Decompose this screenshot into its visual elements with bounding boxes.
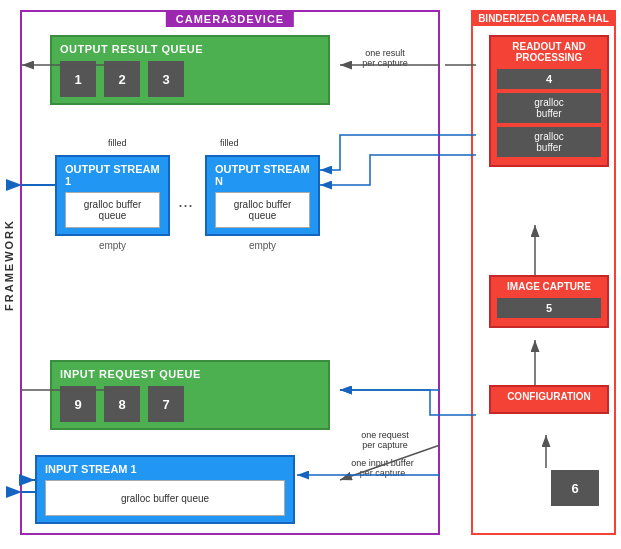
- queue-item-1: 1: [60, 61, 96, 97]
- image-capture-inner: IMAGE CAPTURE 5: [489, 275, 609, 328]
- queue-item-9: 9: [60, 386, 96, 422]
- input-stream-1-title: INPUT STREAM 1: [45, 463, 285, 475]
- image-capture-box: IMAGE CAPTURE 5: [489, 275, 609, 328]
- input-request-queue-title: INPUT REQUEST QUEUE: [60, 368, 320, 380]
- main-container: FRAMEWORK CAMERA3DEVICE BINDERIZED CAMER…: [0, 0, 621, 549]
- output-stream-n-container: OUTPUT STREAM N gralloc buffer queue emp…: [205, 155, 320, 251]
- queue-item-8: 8: [104, 386, 140, 422]
- output-result-queue: OUTPUT RESULT QUEUE 1 2 3: [50, 35, 330, 105]
- output-stream-n-inner: gralloc buffer queue: [215, 192, 310, 228]
- queue-item-3: 3: [148, 61, 184, 97]
- configuration-inner: CONFIGURATION: [489, 385, 609, 414]
- empty-label-2: empty: [205, 240, 320, 251]
- framework-text: FRAMEWORK: [3, 219, 15, 311]
- output-stream-1-inner: gralloc buffer queue: [65, 192, 160, 228]
- input-request-queue: INPUT REQUEST QUEUE 9 8 7: [50, 360, 330, 430]
- queue-item-2: 2: [104, 61, 140, 97]
- filled-label-2: filled: [220, 138, 239, 148]
- configuration-box: CONFIGURATION: [489, 385, 609, 414]
- configuration-title: CONFIGURATION: [497, 391, 601, 402]
- empty-label-1: empty: [55, 240, 170, 251]
- dots: ···: [178, 195, 193, 216]
- readout-inner: READOUT AND PROCESSING 4 grallocbuffer g…: [489, 35, 609, 167]
- output-result-queue-title: OUTPUT RESULT QUEUE: [60, 43, 320, 55]
- output-stream-n-title: OUTPUT STREAM N: [215, 163, 310, 187]
- image-capture-title: IMAGE CAPTURE: [497, 281, 601, 292]
- filled-label-1: filled: [108, 138, 127, 148]
- queue-item-7: 7: [148, 386, 184, 422]
- output-result-queue-box: OUTPUT RESULT QUEUE 1 2 3: [50, 35, 330, 105]
- readout-title: READOUT AND PROCESSING: [497, 41, 601, 63]
- readout-box: READOUT AND PROCESSING 4 grallocbuffer g…: [489, 35, 609, 167]
- input-request-queue-items: 9 8 7: [60, 386, 320, 422]
- binderized-title: BINDERIZED CAMERA HAL: [472, 11, 615, 26]
- camera3device-title: CAMERA3DEVICE: [166, 11, 294, 27]
- readout-gralloc-1: grallocbuffer: [497, 93, 601, 123]
- output-stream-1-box: OUTPUT STREAM 1 gralloc buffer queue: [55, 155, 170, 236]
- output-stream-n-box: OUTPUT STREAM N gralloc buffer queue: [205, 155, 320, 236]
- item-6-box: 6: [551, 470, 599, 506]
- image-capture-item-5: 5: [497, 298, 601, 318]
- output-result-queue-items: 1 2 3: [60, 61, 320, 97]
- output-stream-1-container: OUTPUT STREAM 1 gralloc buffer queue emp…: [55, 155, 170, 251]
- input-stream-1-inner: gralloc buffer queue: [45, 480, 285, 516]
- input-stream-1: INPUT STREAM 1 gralloc buffer queue: [35, 455, 295, 524]
- input-stream-1-box: INPUT STREAM 1 gralloc buffer queue: [35, 455, 295, 524]
- input-request-queue-box: INPUT REQUEST QUEUE 9 8 7: [50, 360, 330, 430]
- readout-item-4: 4: [497, 69, 601, 89]
- framework-label: FRAMEWORK: [0, 50, 18, 480]
- one-result-label: one resultper capture: [345, 48, 425, 68]
- output-stream-1-title: OUTPUT STREAM 1: [65, 163, 160, 187]
- one-request-label: one requestper capture: [345, 430, 425, 450]
- readout-gralloc-2: grallocbuffer: [497, 127, 601, 157]
- one-input-label: one input bufferper capture: [335, 458, 430, 478]
